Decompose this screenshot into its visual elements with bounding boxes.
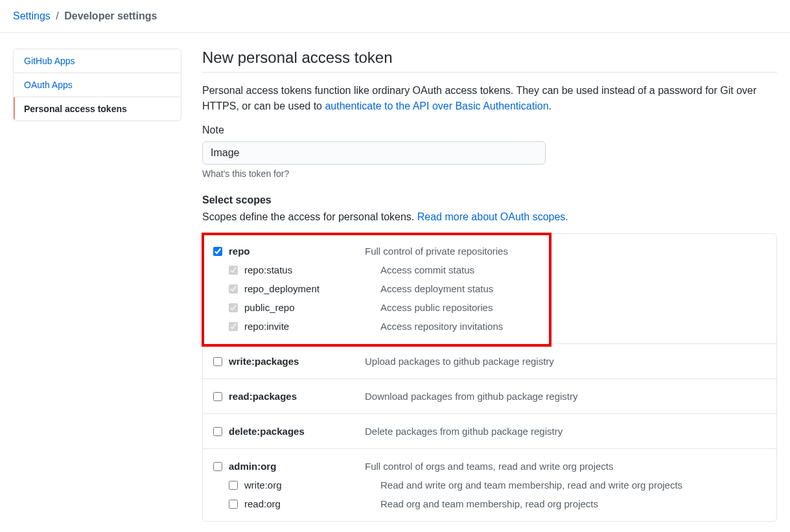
scope-row-write-org: write:org Read and write org and team me… (213, 476, 766, 494)
scope-row-repo-deployment: repo_deployment Access deployment status (213, 279, 766, 298)
scopes-table: repo Full control of private repositorie… (202, 233, 777, 522)
scopes-heading: Select scopes (202, 194, 777, 206)
note-input[interactable] (202, 141, 546, 165)
scope-desc: Download packages from github package re… (365, 391, 578, 402)
scope-desc: Access deployment status (380, 283, 493, 294)
scopes-sub-link[interactable]: Read more about OAuth scopes. (417, 211, 568, 222)
scope-row-delete-packages: delete:packages Delete packages from git… (213, 422, 766, 441)
scope-checkbox-repo[interactable] (213, 247, 222, 256)
scope-desc: Access commit status (380, 264, 474, 275)
scope-group-repo: repo Full control of private repositorie… (203, 234, 776, 344)
scope-desc: Full control of orgs and teams, read and… (365, 461, 614, 472)
scope-group-write-packages: write:packages Upload packages to github… (203, 344, 776, 379)
scope-row-repo-invite: repo:invite Access repository invitation… (213, 317, 766, 336)
scope-group-read-packages: read:packages Download packages from git… (203, 379, 776, 414)
description-text-post: . (549, 100, 552, 111)
scope-name: write:packages (229, 356, 365, 367)
scope-name: repo (229, 246, 365, 257)
breadcrumb: Settings / Developer settings (0, 0, 790, 33)
scope-checkbox-repo-status[interactable] (229, 266, 238, 275)
scope-checkbox-admin-org[interactable] (213, 462, 222, 471)
scope-checkbox-write-packages[interactable] (213, 357, 222, 366)
scope-desc: Delete packages from github package regi… (365, 426, 563, 437)
scope-row-public-repo: public_repo Access public repositories (213, 298, 766, 317)
scope-checkbox-read-packages[interactable] (213, 392, 222, 401)
scopes-sub-text: Scopes define the access for personal to… (202, 211, 417, 222)
scope-desc: Access repository invitations (380, 321, 503, 332)
scope-row-repo: repo Full control of private repositorie… (213, 242, 766, 260)
description-link[interactable]: authenticate to the API over Basic Authe… (325, 100, 548, 111)
scope-row-write-packages: write:packages Upload packages to github… (213, 352, 766, 371)
main-content: New personal access token Personal acces… (202, 49, 777, 522)
scope-row-read-packages: read:packages Download packages from git… (213, 387, 766, 406)
scope-checkbox-delete-packages[interactable] (213, 427, 222, 436)
scope-name: repo:invite (244, 321, 380, 332)
scope-row-repo-status: repo:status Access commit status (213, 260, 766, 279)
scopes-sub: Scopes define the access for personal to… (202, 211, 777, 223)
note-label: Note (202, 124, 777, 136)
scope-checkbox-write-org[interactable] (229, 481, 238, 490)
scope-name: repo_deployment (244, 283, 380, 294)
note-help: What's this token for? (202, 168, 777, 179)
scope-name: repo:status (244, 264, 380, 275)
scope-name: admin:org (229, 461, 365, 472)
scope-name: public_repo (244, 302, 380, 313)
scope-checkbox-read-org[interactable] (229, 500, 238, 509)
scope-name: delete:packages (229, 426, 365, 437)
sidenav-item-personal-access-tokens[interactable]: Personal access tokens (14, 97, 181, 121)
scope-desc: Read org and team membership, read org p… (380, 498, 598, 509)
sidenav: GitHub Apps OAuth Apps Personal access t… (13, 49, 181, 121)
scope-desc: Full control of private repositories (365, 246, 508, 257)
scope-group-delete-packages: delete:packages Delete packages from git… (203, 414, 776, 449)
scope-desc: Read and write org and team membership, … (380, 480, 682, 491)
scope-row-admin-org: admin:org Full control of orgs and teams… (213, 457, 766, 476)
scope-name: read:packages (229, 391, 365, 402)
breadcrumb-sep: / (56, 10, 58, 21)
scope-name: write:org (244, 480, 380, 491)
breadcrumb-root[interactable]: Settings (13, 10, 51, 21)
scope-row-read-org: read:org Read org and team membership, r… (213, 494, 766, 513)
page-description: Personal access tokens function like ord… (202, 83, 777, 114)
scope-checkbox-repo-invite[interactable] (229, 322, 238, 331)
page-title: New personal access token (202, 49, 777, 73)
scope-desc: Upload packages to github package regist… (365, 356, 554, 367)
sidenav-item-github-apps[interactable]: GitHub Apps (14, 49, 181, 73)
scope-group-admin-org: admin:org Full control of orgs and teams… (203, 449, 776, 521)
scope-desc: Access public repositories (380, 302, 493, 313)
sidenav-item-oauth-apps[interactable]: OAuth Apps (14, 73, 181, 97)
scope-checkbox-repo-deployment[interactable] (229, 284, 238, 294)
scope-checkbox-public-repo[interactable] (229, 303, 238, 312)
sidebar: GitHub Apps OAuth Apps Personal access t… (13, 49, 181, 522)
breadcrumb-current: Developer settings (64, 10, 157, 21)
scope-name: read:org (244, 498, 380, 509)
